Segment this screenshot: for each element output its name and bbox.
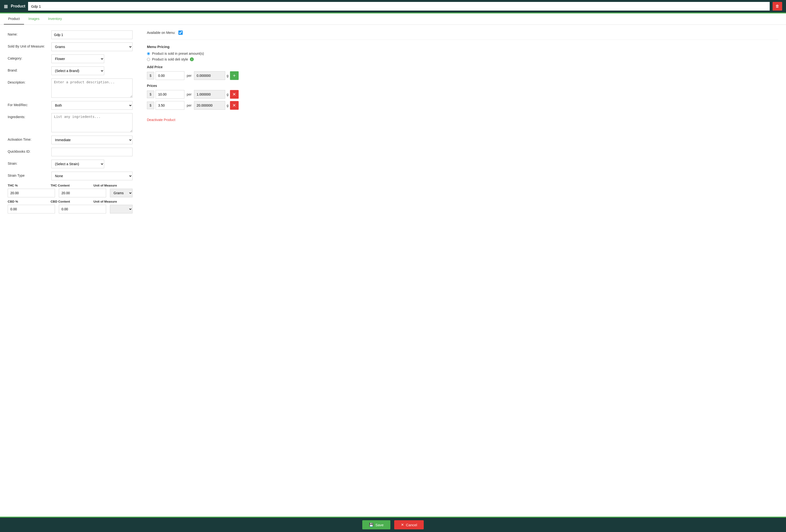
quickbooks-input[interactable] xyxy=(51,148,133,156)
medrec-select[interactable]: Both Medical Recreational xyxy=(51,101,133,110)
radio-preset-label: Product is sold in preset amount(s) xyxy=(152,52,204,55)
add-price-section-label: Add Price xyxy=(147,65,778,69)
radio-preset-row: Product is sold in preset amount(s) xyxy=(147,52,778,55)
price-1-dollar: $ xyxy=(147,91,154,98)
price-2-per-label: per xyxy=(186,103,192,107)
add-price-dollar: $ xyxy=(147,72,154,79)
cbd-header-row: CBD % CBD Content Unit of Measure xyxy=(8,200,133,203)
price-1-amount-input[interactable] xyxy=(156,90,184,99)
footer: 💾 Save ✕ Cancel xyxy=(0,517,786,532)
quickbooks-row: Quickbooks ID: xyxy=(8,148,133,156)
radio-deli[interactable] xyxy=(147,58,150,61)
thc-header-row: THC % THC Content Unit of Measure xyxy=(8,184,133,187)
description-label: Description: xyxy=(8,78,48,84)
save-icon: 💾 xyxy=(369,523,374,527)
cancel-button[interactable]: ✕ Cancel xyxy=(394,520,424,529)
cbd-uom-header: Unit of Measure xyxy=(93,200,133,203)
price-2-amount-input[interactable] xyxy=(156,101,184,110)
add-price-button[interactable]: + xyxy=(230,71,239,80)
cancel-label: Cancel xyxy=(406,523,417,527)
sold-by-row: Sold By Unit of Measure: Grams Units Oun… xyxy=(8,43,133,51)
brand-row: Brand: (Select a Brand) xyxy=(8,67,133,75)
strain-type-select[interactable]: None Indica Sativa Hybrid xyxy=(51,172,133,180)
sold-by-label: Sold By Unit of Measure: xyxy=(8,43,48,48)
thc-content-header: THC Content xyxy=(51,184,90,187)
available-on-menu-label: Available on Menu: xyxy=(147,31,176,34)
available-on-menu-checkbox[interactable] xyxy=(178,30,183,35)
thc-percent-header: THC % xyxy=(8,184,47,187)
price-2-dollar: $ xyxy=(147,101,154,109)
save-button[interactable]: 💾 Save xyxy=(362,520,390,529)
add-price-row: $ per g + xyxy=(147,71,778,80)
add-price-qty-input[interactable] xyxy=(194,71,225,80)
price-1-unit-label: g xyxy=(227,92,229,96)
tab-images[interactable]: Images xyxy=(24,14,44,24)
right-panel: Available on Menu: Menu Pricing Product … xyxy=(142,30,778,511)
left-panel: Name: Sold By Unit of Measure: Grams Uni… xyxy=(8,30,133,511)
available-on-menu-row: Available on Menu: xyxy=(147,30,778,40)
thc-inputs-row: Grams mg Units xyxy=(8,189,133,197)
name-row: Name: xyxy=(8,30,133,39)
add-price-amount-input[interactable] xyxy=(156,71,184,80)
add-price-unit-label: g xyxy=(227,74,229,77)
category-row: Category: Flower Concentrate Edible Topi… xyxy=(8,54,133,63)
price-2-unit-label: g xyxy=(227,103,229,107)
thc-cbd-section: THC % THC Content Unit of Measure Grams … xyxy=(8,184,133,213)
menu-pricing-section: Menu Pricing Product is sold in preset a… xyxy=(147,45,778,61)
description-row: Description: xyxy=(8,78,133,98)
price-row-1: $ per g ✕ xyxy=(147,90,778,99)
thc-percent-input[interactable] xyxy=(8,189,55,197)
price-1-qty-input[interactable] xyxy=(194,90,225,99)
category-label: Category: xyxy=(8,54,48,60)
strain-type-label: Strain Type xyxy=(8,172,48,178)
product-name-input[interactable] xyxy=(28,2,770,10)
sold-by-select[interactable]: Grams Units Ounces xyxy=(51,43,133,51)
add-price-per-label: per xyxy=(186,74,192,77)
cancel-icon: ✕ xyxy=(401,523,404,527)
header: ▦ Product 🗑 xyxy=(0,0,786,13)
cbd-inputs-row: Grams mg Units xyxy=(8,205,133,213)
remove-price-2-button[interactable]: ✕ xyxy=(230,101,239,110)
description-textarea[interactable] xyxy=(51,78,133,98)
ingredients-row: Ingredients: xyxy=(8,113,133,132)
delete-button[interactable]: 🗑 xyxy=(772,2,782,10)
cbd-content-input[interactable] xyxy=(59,205,106,213)
info-icon[interactable]: i xyxy=(190,57,194,61)
cbd-uom-select[interactable]: Grams mg Units xyxy=(110,205,133,213)
activation-row: Activation Time: Immediate 15-30 min 30-… xyxy=(8,136,133,144)
thc-uom-header: Unit of Measure xyxy=(93,184,133,187)
price-2-qty-input[interactable] xyxy=(194,101,225,110)
quickbooks-label: Quickbooks ID: xyxy=(8,148,48,154)
header-title: Product xyxy=(11,4,25,8)
category-select[interactable]: Flower Concentrate Edible Topical xyxy=(51,54,104,63)
strain-label: Strain: xyxy=(8,160,48,165)
tab-product[interactable]: Product xyxy=(4,14,24,24)
prices-section-label: Prices xyxy=(147,84,778,88)
ingredients-textarea[interactable] xyxy=(51,113,133,132)
thc-content-input[interactable] xyxy=(59,189,106,197)
radio-deli-row: Product is sold deli style i xyxy=(147,57,778,61)
main-content: Name: Sold By Unit of Measure: Grams Uni… xyxy=(0,25,786,517)
price-1-per-label: per xyxy=(186,92,192,96)
deactivate-product-link[interactable]: Deactivate Product xyxy=(147,118,175,122)
strain-select[interactable]: (Select a Strain) xyxy=(51,160,104,168)
activation-label: Activation Time: xyxy=(8,136,48,141)
radio-deli-label: Product is sold deli style xyxy=(152,57,188,61)
cbd-percent-input[interactable] xyxy=(8,205,55,213)
remove-price-1-button[interactable]: ✕ xyxy=(230,90,239,99)
save-label: Save xyxy=(375,523,384,527)
cbd-content-header: CBD Content xyxy=(51,200,90,203)
activation-select[interactable]: Immediate 15-30 min 30-60 min 60-120 min xyxy=(51,136,133,144)
tabs-bar: Product Images Inventory xyxy=(0,14,786,25)
brand-select[interactable]: (Select a Brand) xyxy=(51,67,104,75)
brand-label: Brand: xyxy=(8,67,48,72)
tab-inventory[interactable]: Inventory xyxy=(44,14,66,24)
price-row-2: $ per g ✕ xyxy=(147,101,778,110)
menu-pricing-label: Menu Pricing xyxy=(147,45,778,49)
thc-uom-select[interactable]: Grams mg Units xyxy=(110,189,133,197)
strain-type-row: Strain Type None Indica Sativa Hybrid xyxy=(8,172,133,180)
name-input[interactable] xyxy=(51,30,133,39)
barcode-icon: ▦ xyxy=(4,4,8,9)
radio-preset[interactable] xyxy=(147,52,150,55)
name-label: Name: xyxy=(8,30,48,36)
